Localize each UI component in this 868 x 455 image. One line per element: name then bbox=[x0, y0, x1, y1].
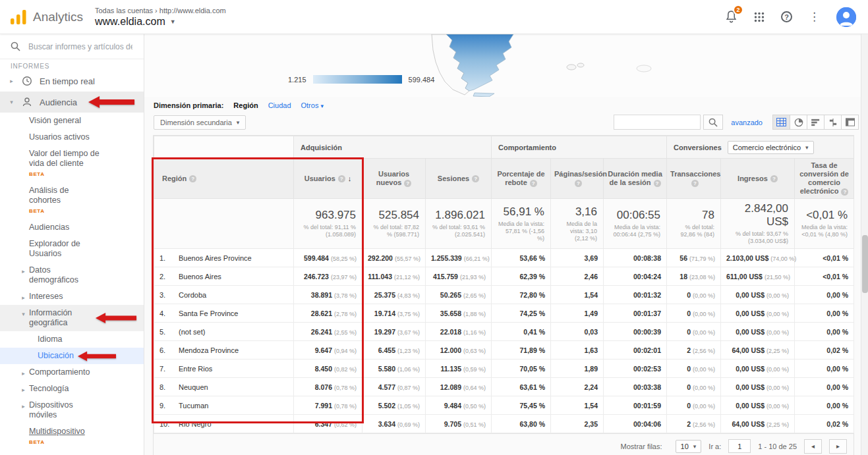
more-menu-button[interactable]: ⋮ bbox=[809, 10, 820, 24]
account-name-label: www.eldia.com bbox=[95, 16, 165, 28]
rows-per-page-select[interactable]: 10 ▾ bbox=[676, 440, 702, 453]
region-link[interactable]: Entre Rios bbox=[179, 365, 212, 373]
metric-cell: 00:01:37 bbox=[604, 304, 667, 323]
account-selector[interactable]: www.eldia.com ▼ bbox=[95, 16, 226, 28]
sidebar-item-explorador-usuarios[interactable]: Explorador de Usuarios bbox=[0, 236, 144, 262]
region-link[interactable]: Buenos Aires Province bbox=[179, 254, 252, 262]
column-header[interactable]: Ingresos? bbox=[721, 159, 795, 199]
region-link[interactable]: Rio Negro bbox=[179, 420, 212, 428]
sidebar-item-en-tiempo-real[interactable]: ▸ En tiempo real bbox=[0, 70, 144, 92]
sidebar-item-label: En tiempo real bbox=[40, 76, 95, 86]
row-rank: 6. bbox=[159, 346, 173, 354]
sidebar-item-informacion-geografica[interactable]: ▾ Información geográfica bbox=[0, 305, 144, 331]
apps-grid-button[interactable] bbox=[754, 12, 765, 22]
annotation-arrow-audiencia bbox=[88, 95, 134, 109]
metric-cell: 0,02 % bbox=[795, 415, 854, 433]
notifications-button[interactable]: 2 bbox=[725, 10, 738, 24]
help-icon: ? bbox=[654, 180, 661, 187]
primary-dimension-label: Dimensión primaria: bbox=[154, 101, 223, 109]
column-header-region[interactable]: Región? bbox=[154, 159, 294, 199]
view-table-button[interactable] bbox=[772, 115, 790, 130]
previous-page-button[interactable]: ◂ bbox=[804, 439, 822, 454]
analytics-home-link[interactable]: Analytics bbox=[0, 9, 87, 25]
map-graphic bbox=[144, 34, 868, 97]
annotation-arrow-informacion-geografica bbox=[96, 311, 136, 325]
metric-cell: 0,00 % bbox=[795, 286, 854, 304]
group-header-comportamiento: Comportamiento bbox=[492, 136, 667, 159]
region-cell: 8.Neuquen bbox=[154, 378, 294, 396]
help-button[interactable]: ? bbox=[781, 11, 792, 22]
table-search-button[interactable] bbox=[703, 115, 723, 130]
table-row: 3.Cordoba38.891(3,78 %)25.375(4,83 %)50.… bbox=[154, 286, 854, 304]
metric-cell: 5.580(1,06 %) bbox=[362, 360, 426, 378]
region-cell: 3.Cordoba bbox=[154, 286, 294, 304]
column-header[interactable]: Sesiones? bbox=[426, 159, 492, 199]
sidebar-item-multidispositivo[interactable]: Multidispositivo BETA bbox=[0, 423, 144, 450]
metric-cell: 2(2,56 %) bbox=[667, 415, 721, 433]
sidebar-item-valor-tiempo-vida[interactable]: Valor del tiempo de vida del cliente BET… bbox=[0, 146, 144, 182]
dimension-option-region[interactable]: Región bbox=[233, 101, 258, 109]
summary-cell: 78% del total: 92,86 % (84) bbox=[667, 199, 721, 249]
view-pivot-button[interactable] bbox=[841, 115, 859, 130]
view-comparison-button[interactable] bbox=[824, 115, 842, 130]
avatar[interactable] bbox=[836, 7, 856, 27]
geo-map[interactable]: 1.215 599.484 bbox=[144, 34, 868, 97]
column-header[interactable]: Porcentaje de rebote? bbox=[492, 159, 551, 199]
column-header[interactable]: Usuarios?↓ bbox=[294, 159, 362, 199]
table-search-input[interactable] bbox=[614, 115, 701, 130]
metric-cell: 0,41 % bbox=[492, 323, 551, 341]
region-link[interactable]: Santa Fe Province bbox=[179, 309, 239, 317]
sort-descending-icon[interactable]: ↓ bbox=[348, 174, 352, 182]
metric-cell: 75,45 % bbox=[492, 396, 551, 415]
metric-cell: <0,01 % bbox=[795, 249, 854, 267]
region-link[interactable]: Neuquen bbox=[179, 383, 208, 391]
sidebar-item-audiencias[interactable]: Audiencias bbox=[0, 219, 144, 236]
sidebar-item-usuarios-activos[interactable]: Usuarios activos bbox=[0, 129, 144, 146]
dimension-option-otros[interactable]: Otros▾ bbox=[301, 101, 324, 109]
metric-cell: 6.455(1,23 %) bbox=[362, 341, 426, 360]
region-link[interactable]: Cordoba bbox=[179, 291, 206, 299]
sidebar-item-label: Audiencia bbox=[40, 97, 77, 107]
column-header[interactable]: Tasa de conversión de comercio electróni… bbox=[795, 159, 854, 199]
metric-cell: 00:02:53 bbox=[604, 360, 667, 378]
sidebar-item-personalizado[interactable]: ▸ Personalizado bbox=[0, 450, 144, 455]
sidebar-item-ubicacion[interactable]: Ubicación bbox=[0, 348, 144, 364]
column-header[interactable]: Usuarios nuevos? bbox=[362, 159, 426, 199]
next-page-button[interactable]: ▸ bbox=[829, 439, 847, 454]
region-link[interactable]: (not set) bbox=[179, 328, 205, 336]
row-rank: 2. bbox=[159, 273, 173, 281]
sidebar-item-dispositivos-moviles[interactable]: ▸ Dispositivos móviles bbox=[0, 397, 144, 423]
sidebar-item-vision-general[interactable]: Visión general bbox=[0, 113, 144, 129]
sidebar-item-audiencia[interactable]: ▾ Audiencia bbox=[0, 92, 144, 113]
vertical-scrollbar[interactable] bbox=[861, 34, 868, 455]
secondary-dimension-button[interactable]: Dimensión secundaria ▾ bbox=[154, 115, 246, 130]
metric-cell: 611,00 US$(21,50 %) bbox=[721, 267, 795, 286]
scrollbar-thumb[interactable] bbox=[862, 235, 868, 293]
column-header[interactable]: Duración media de la sesión? bbox=[604, 159, 667, 199]
map-region-tierra-del-fuego[interactable] bbox=[473, 93, 494, 97]
region-link[interactable]: Mendoza Province bbox=[179, 346, 239, 354]
notification-badge: 2 bbox=[733, 5, 743, 15]
sidebar-item-datos-demograficos[interactable]: ▸ Datos demográficos bbox=[0, 262, 144, 288]
sidebar-item-comportamiento[interactable]: ▸ Comportamiento bbox=[0, 364, 144, 381]
view-performance-button[interactable] bbox=[807, 115, 825, 130]
breadcrumb: Todas las cuentas › http://www.eldia.com bbox=[95, 7, 226, 14]
advanced-filter-link[interactable]: avanzado bbox=[731, 119, 763, 126]
column-header[interactable]: Páginas/sesión? bbox=[551, 159, 604, 199]
search-input[interactable] bbox=[28, 42, 132, 51]
metric-cell: 62,39 % bbox=[492, 267, 551, 286]
metric-cell: 00:02:01 bbox=[604, 341, 667, 360]
dimension-option-ciudad[interactable]: Ciudad bbox=[268, 101, 291, 109]
sidebar-item-idioma[interactable]: Idioma bbox=[0, 331, 144, 348]
sidebar-item-intereses[interactable]: ▸ Intereses bbox=[0, 288, 144, 305]
view-percentage-button[interactable] bbox=[790, 115, 807, 130]
informes-section-label: INFORMES bbox=[0, 59, 144, 70]
sidebar-item-tecnologia[interactable]: ▸ Tecnología bbox=[0, 381, 144, 397]
region-link[interactable]: Buenos Aires bbox=[179, 273, 221, 281]
metric-cell: 00:04:24 bbox=[604, 267, 667, 286]
region-link[interactable]: Tucuman bbox=[179, 402, 208, 410]
ecommerce-goal-selector[interactable]: Comercio electrónico ▾ bbox=[728, 141, 814, 154]
sidebar-item-analisis-cohortes[interactable]: Análisis de cohortes BETA bbox=[0, 182, 144, 219]
column-header[interactable]: Transacciones? bbox=[667, 159, 721, 199]
goto-page-input[interactable] bbox=[728, 439, 751, 453]
